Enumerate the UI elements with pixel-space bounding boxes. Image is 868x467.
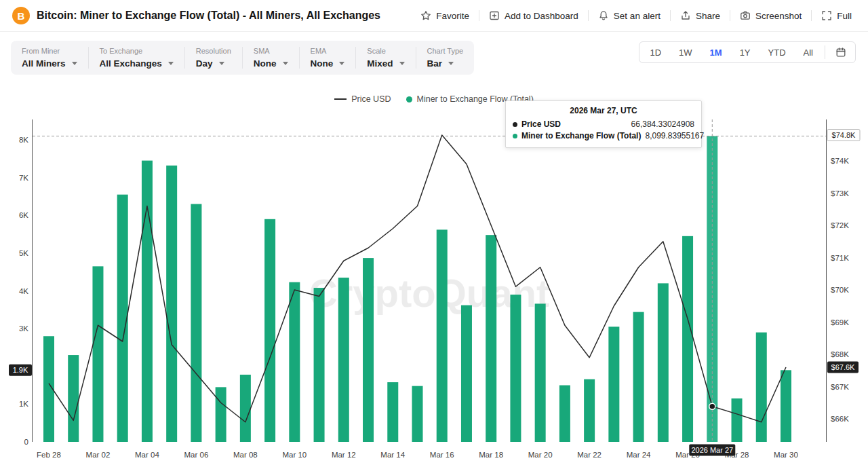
legend-price-usd[interactable]: Price USD — [334, 94, 391, 104]
left-axis-tick: 3K — [19, 324, 28, 333]
camera-icon — [740, 10, 751, 21]
bar-mar-22[interactable] — [584, 379, 595, 442]
bar-mar-10[interactable] — [289, 282, 300, 442]
x-axis-tick: Mar 02 — [86, 451, 111, 459]
screenshot-button[interactable]: Screenshot — [730, 10, 811, 21]
favorite-button[interactable]: Favorite — [411, 10, 479, 21]
range-1y[interactable]: 1Y — [731, 42, 760, 62]
chevron-down-icon — [219, 62, 224, 65]
bar-mar-01[interactable] — [68, 355, 79, 442]
tooltip-row-price: Price USD 66,384.33024908 — [513, 119, 694, 130]
bar-mar-11[interactable] — [314, 288, 325, 442]
bar-mar-16[interactable] — [437, 229, 448, 442]
action-label: Set an alert — [614, 11, 660, 21]
share-button[interactable]: Share — [671, 10, 730, 21]
bar-mar-25[interactable] — [658, 283, 669, 442]
bar-mar-15[interactable] — [412, 386, 422, 442]
bar-mar-29[interactable] — [756, 333, 767, 442]
bar-mar-21[interactable] — [559, 386, 570, 442]
left-axis-tick: 1K — [19, 400, 28, 408]
filter-from-miner[interactable]: From Miner All Miners — [11, 47, 88, 69]
filter-label: To Exchange — [100, 47, 174, 55]
bar-mar-07[interactable] — [216, 387, 226, 442]
range-1w[interactable]: 1W — [670, 42, 701, 62]
bar-mar-12[interactable] — [338, 278, 349, 442]
left-axis-tick: 5K — [19, 249, 28, 257]
crosshair-price-badge-label: $74.8K — [832, 131, 856, 139]
tooltip-label: Price USD — [521, 119, 561, 130]
filter-scale[interactable]: Scale Mixed — [355, 47, 415, 69]
right-axis-tick: $68K — [831, 350, 849, 358]
filter-value: All Exchanges — [100, 58, 162, 69]
filter-chart-type[interactable]: Chart Type Bar — [416, 47, 475, 69]
x-axis-tick: Mar 18 — [479, 451, 503, 459]
set-alert-button[interactable]: Set an alert — [589, 10, 670, 21]
bar-mar-28[interactable] — [732, 398, 743, 442]
add-to-dashboard-button[interactable]: Add to Dashboard — [479, 10, 588, 21]
action-label: Full — [837, 11, 852, 21]
left-axis-tick: 0 — [24, 438, 28, 446]
x-axis-tick: Mar 20 — [528, 451, 553, 459]
bar-mar-14[interactable] — [387, 382, 398, 442]
fullscreen-button[interactable]: Full — [812, 10, 861, 21]
range-1d[interactable]: 1D — [641, 42, 670, 62]
bar-mar-06[interactable] — [191, 204, 201, 442]
bar-mar-17[interactable] — [461, 305, 472, 442]
bar-mar-02[interactable] — [92, 266, 103, 442]
x-axis-tick: Mar 16 — [430, 451, 454, 459]
chevron-down-icon — [448, 62, 454, 65]
tooltip-value: 66,384.33024908 — [631, 119, 694, 130]
x-axis-tick: Mar 24 — [627, 451, 651, 459]
x-axis-tick: Feb 28 — [37, 451, 61, 459]
price-current-badge-label: $67.6K — [831, 363, 856, 371]
filter-label: Chart Type — [427, 47, 464, 55]
left-axis-tick: 4K — [19, 287, 28, 295]
header-actions: Favorite Add to Dashboard Set an alert S… — [411, 10, 861, 21]
x-axis-tick: Mar 14 — [380, 451, 405, 459]
filter-ema[interactable]: EMA None — [299, 47, 356, 69]
right-axis-tick: $74K — [831, 157, 849, 165]
share-icon — [680, 10, 691, 21]
range-1m[interactable]: 1M — [701, 42, 731, 62]
bar-mar-08[interactable] — [240, 375, 251, 442]
divider — [825, 45, 825, 59]
filter-label: Scale — [367, 47, 404, 55]
bar-mar-26[interactable] — [682, 236, 693, 442]
bar-mar-19[interactable] — [510, 295, 521, 442]
right-axis-tick: $66K — [831, 415, 849, 423]
bar-mar-13[interactable] — [363, 258, 374, 442]
price-dot-icon — [513, 122, 517, 127]
chart-tooltip: 2026 Mar 27, UTC Price USD 66,384.330249… — [505, 100, 702, 148]
filter-value: Bar — [427, 58, 443, 69]
x-axis-tick: Mar 10 — [282, 451, 307, 459]
date-picker-button[interactable] — [828, 42, 854, 62]
bar-mar-04[interactable] — [142, 161, 153, 442]
bar-mar-18[interactable] — [486, 235, 496, 442]
x-axis-tick: Mar 04 — [135, 451, 159, 459]
bar-mar-05[interactable] — [166, 166, 177, 442]
right-axis-tick: $69K — [831, 318, 849, 326]
bar-mar-23[interactable] — [608, 326, 619, 442]
filter-to-exchange[interactable]: To Exchange All Exchanges — [88, 47, 184, 69]
filter-value: None — [254, 58, 277, 69]
range-ytd[interactable]: YTD — [760, 42, 795, 62]
legend-label: Price USD — [351, 94, 391, 104]
filter-resolution[interactable]: Resolution Day — [184, 47, 242, 69]
action-label: Add to Dashboard — [505, 11, 578, 21]
flow-current-badge-label: 1.9K — [13, 366, 28, 374]
right-axis-tick: $72K — [831, 221, 849, 229]
range-all[interactable]: All — [795, 42, 822, 62]
range-selector: 1D 1W 1M 1Y YTD All — [639, 41, 856, 63]
bar-mar-30[interactable] — [781, 370, 791, 442]
price-marker-dot — [709, 403, 715, 409]
filter-sma[interactable]: SMA None — [242, 47, 299, 69]
bar-mar-20[interactable] — [535, 303, 546, 442]
chart-legend: Price USD Miner to Exchange Flow (Total) — [0, 94, 868, 104]
right-axis-tick: $70K — [831, 286, 849, 294]
line-swatch-icon — [334, 98, 347, 100]
bar-mar-09[interactable] — [264, 219, 275, 442]
filter-label: Resolution — [196, 47, 231, 55]
crosshair-date-badge-label: 2026 Mar 27 — [691, 446, 733, 454]
bar-mar-24[interactable] — [633, 312, 644, 442]
page-title: Bitcoin: Miner to Exchange Flow (Total) … — [37, 10, 380, 22]
